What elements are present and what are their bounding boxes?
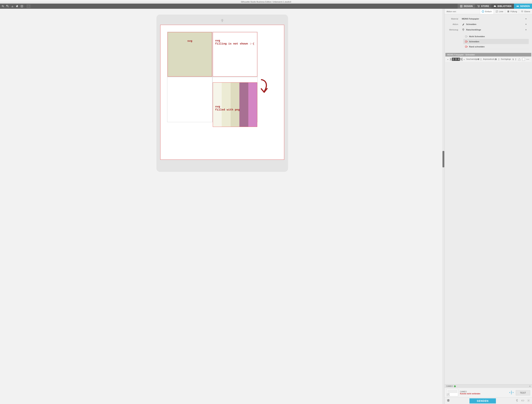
close-icon[interactable]: × xyxy=(529,385,531,388)
option-no-cut[interactable]: Nicht Schneiden xyxy=(463,34,529,39)
triangle-icon[interactable] xyxy=(518,58,521,61)
spinner-icon[interactable]: ▲▼ xyxy=(498,58,500,61)
cut-params-row: ◂ 12345 ▸ Geschwindigkeit 5 ▲▼ Anpressdr… xyxy=(445,57,531,62)
canvas-object-svg-nofill[interactable]: svg filling is not shown :-( xyxy=(213,32,257,76)
svg-point-24 xyxy=(467,36,468,37)
add-icon[interactable] xyxy=(20,4,24,8)
param-passes-label: Durchgänge xyxy=(501,58,511,60)
circle-icon xyxy=(482,10,484,13)
test-cut-button[interactable]: TEST xyxy=(516,390,530,395)
device-tab-name[interactable]: CAMEO xyxy=(446,385,453,387)
panel-mode-tabs: Einfach Linie Füllung Ebene xyxy=(480,9,532,14)
nav-tab-store-label: STORE xyxy=(481,5,489,7)
spinner-icon[interactable]: ▲▼ xyxy=(480,58,482,61)
mode-tab-line-label: Linie xyxy=(499,10,503,13)
device-thumbnail: F xyxy=(446,389,458,396)
nav-tab-store[interactable]: STORE xyxy=(475,4,491,9)
param-speed-label: Geschwindigkeit xyxy=(466,58,476,60)
mode-tab-simple-label: Einfach xyxy=(485,10,492,13)
scrollbar-thumb[interactable] xyxy=(443,151,444,167)
svg-point-13 xyxy=(478,7,478,7)
canvas-object-svg-png[interactable]: svg filled with png xyxy=(213,82,257,127)
param-force-label: Anpressdruck xyxy=(483,58,493,60)
tutorial-icon[interactable] xyxy=(446,399,450,403)
mode-tab-layer-label: Ebene xyxy=(524,10,530,13)
panel-spacer xyxy=(445,62,532,384)
material-row: Material MEINS Fotopapier ▼ xyxy=(448,16,529,21)
pan-hand-icon[interactable] xyxy=(15,4,19,8)
fill-icon xyxy=(507,10,510,13)
svg-point-3 xyxy=(7,5,8,7)
mode-tab-fill[interactable]: Füllung xyxy=(505,9,519,14)
svg-point-20 xyxy=(462,29,464,30)
zoom-fit-icon[interactable] xyxy=(6,4,9,8)
edge-cut-icon xyxy=(465,45,468,48)
tool-label: Werkzeug xyxy=(448,29,461,31)
device-jog-icon[interactable] xyxy=(509,390,514,395)
param-force: Anpressdruck 25 ▲▼ xyxy=(483,58,500,61)
nav-tab-send[interactable]: SENDEN xyxy=(514,4,532,9)
svg-rect-16 xyxy=(517,6,517,6)
param-speed: Geschwindigkeit 5 ▲▼ xyxy=(466,58,482,61)
cut-settings-form: Material MEINS Fotopapier ▼ Aktion Schne… xyxy=(445,14,532,51)
layout-cell xyxy=(167,77,212,122)
chevron-down-icon: ▼ xyxy=(525,18,527,20)
svg-line-4 xyxy=(8,6,9,7)
machine-icon[interactable] xyxy=(521,399,524,403)
bluetooth-icon[interactable] xyxy=(515,399,519,403)
cut-icon xyxy=(465,40,468,43)
svg-rect-19 xyxy=(507,11,509,12)
gear-icon[interactable] xyxy=(527,399,530,403)
ratchet-blade-icon xyxy=(462,28,465,31)
svg-point-32 xyxy=(528,400,529,401)
grid-icon xyxy=(460,5,463,8)
spinner-icon[interactable]: ▲▼ xyxy=(515,58,516,61)
send-button-label: SENDEN xyxy=(477,399,488,402)
layers-icon xyxy=(521,10,523,13)
device-status-row: F CAMEO Konnte nicht verbinden TEST xyxy=(445,388,532,398)
device-error: Konnte nicht verbinden xyxy=(460,393,507,395)
cloud-icon xyxy=(494,5,496,8)
option-edge-cut[interactable]: Rand schneiden xyxy=(463,44,529,49)
download-icon[interactable] xyxy=(11,4,14,8)
more-options-icon[interactable]: ••• xyxy=(526,58,529,60)
material-dropdown[interactable]: MEINS Fotopapier ▼ xyxy=(461,16,529,21)
mode-tab-layer[interactable]: Ebene xyxy=(519,9,532,14)
param-speed-value[interactable]: 5 xyxy=(477,58,480,60)
canvas-object-label: svg filled with png xyxy=(214,104,241,112)
cutting-mat: svg svg filling is not shown :-( svg fi xyxy=(157,15,288,171)
cut-option-list: Nicht Schneiden Schneiden Rand schneiden xyxy=(463,34,529,49)
nav-tabs: DESIGN STORE BIBLIOTHEK SENDEN xyxy=(458,4,532,9)
svg-rect-27 xyxy=(465,46,467,47)
option-cut-label: Schneiden xyxy=(469,40,479,43)
cut-params-header: MEINS Fotopapier : Schneiden xyxy=(445,53,531,57)
panel-mode-bar: Aktion von: Einfach Linie Füllung Ebene xyxy=(445,9,532,14)
nav-tab-library[interactable]: BIBLIOTHEK xyxy=(491,4,514,9)
svg-point-28 xyxy=(467,46,468,47)
mode-tab-simple[interactable]: Einfach xyxy=(480,9,494,14)
line-segment-toggle[interactable] xyxy=(522,58,525,61)
zoom-out-icon[interactable] xyxy=(1,4,5,8)
stepper-left-icon[interactable]: ◂ xyxy=(447,58,448,60)
action-dropdown[interactable]: Schneiden ▼ xyxy=(461,22,529,27)
chevron-down-icon: ▼ xyxy=(525,23,527,25)
canvas-viewport[interactable]: svg svg filling is not shown :-( svg fi xyxy=(0,9,444,404)
tool-dropdown[interactable]: Ratschenklinge ▼ xyxy=(461,27,529,32)
cart-icon xyxy=(477,5,480,8)
option-cut[interactable]: Schneiden xyxy=(463,39,529,44)
nav-tab-design[interactable]: DESIGN xyxy=(458,4,475,9)
param-force-value[interactable]: 25 xyxy=(494,58,498,60)
stepper-right-icon[interactable]: ▸ xyxy=(464,58,465,60)
mode-tab-line[interactable]: Linie xyxy=(494,9,505,14)
registration-marks-icon[interactable] xyxy=(27,4,31,8)
nav-tab-send-label: SENDEN xyxy=(520,5,530,7)
svg-point-14 xyxy=(479,7,479,7)
action-row: Aktion Schneiden ▼ xyxy=(448,21,529,27)
canvas-object-svg-filled[interactable]: svg xyxy=(168,32,212,76)
send-button[interactable]: SENDEN xyxy=(469,398,496,404)
cutter-icon xyxy=(516,5,519,8)
svg-point-29 xyxy=(511,392,512,393)
param-passes-value[interactable]: 1 xyxy=(512,58,514,60)
vertical-scrollbar[interactable] xyxy=(442,9,444,404)
nav-tab-design-label: DESIGN xyxy=(464,5,473,7)
